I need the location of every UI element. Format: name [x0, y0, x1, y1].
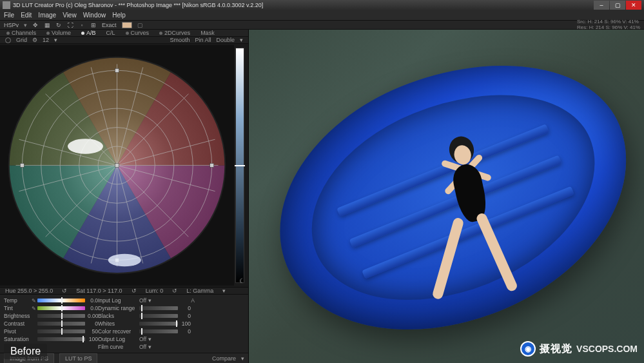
color-wheel-area: ☀ ☾ [0, 44, 248, 287]
svg-point-21 [108, 254, 141, 267]
contrast-value[interactable]: 0 [85, 320, 98, 327]
reset-icon[interactable]: ↺ [172, 288, 177, 294]
temp-label: Temp [4, 297, 31, 304]
menu-help[interactable]: Help [112, 12, 126, 19]
saturation-slider[interactable] [37, 337, 85, 341]
camera-icon: ◉ [520, 341, 536, 357]
watermark: ◉ 摄视觉 VSCOPS.COM [520, 341, 638, 357]
tab-volume[interactable]: Volume [44, 30, 73, 36]
tab-mask[interactable]: Mask [198, 30, 217, 36]
pivot-label: Pivot [4, 328, 31, 335]
pivot-slider[interactable] [37, 329, 85, 333]
maximize-button[interactable]: ▢ [610, 1, 625, 10]
watermark-en: VSCOPS.COM [576, 344, 638, 354]
menubar: File Edit Image View Window Help [0, 10, 644, 21]
app-icon [3, 1, 10, 9]
color-wheel[interactable] [0, 44, 234, 287]
exact-label[interactable]: Exact [102, 22, 117, 28]
compare-button[interactable]: Compare [212, 355, 236, 362]
pencil-icon[interactable]: ✎ [31, 298, 36, 303]
chevron-down-icon[interactable]: ▾ [54, 37, 57, 43]
pin-tool-icon[interactable]: ◦ [79, 22, 85, 28]
reset-icon[interactable]: ↺ [62, 288, 67, 294]
saturation-value[interactable]: 100 [85, 336, 98, 342]
tint-value[interactable]: 0.0 [85, 305, 98, 311]
minimize-button[interactable]: – [594, 1, 609, 10]
contrast-label: Contrast [4, 320, 31, 327]
filmcurve-dropdown[interactable]: Off ▾ [139, 344, 178, 350]
temp-value[interactable]: 0.0 [85, 297, 98, 304]
brightness-value[interactable]: 0.00 [85, 313, 98, 319]
hue-readout: Hue 255.0 > 255.0 [5, 288, 53, 294]
pivot-value[interactable]: 50 [85, 328, 98, 335]
gamma-label[interactable]: L: Gamma [186, 288, 213, 294]
square-icon[interactable]: ▢ [137, 22, 143, 28]
menu-window[interactable]: Window [83, 12, 106, 19]
menu-image[interactable]: Image [38, 12, 56, 19]
reset-icon[interactable] [5, 37, 11, 43]
hsl-readout-row: Hue 255.0 > 255.0 ↺ Sat 117.0 > 117.0 ↺ … [0, 287, 248, 295]
expand-tool-icon[interactable]: ⛶ [67, 22, 73, 28]
tab-2dcurves[interactable]: 2DCurves [157, 30, 193, 36]
a-label: A [191, 297, 195, 304]
chevron-down-icon[interactable]: ▾ [240, 37, 243, 43]
outputlog-dropdown[interactable]: Off ▾ [139, 336, 178, 342]
menu-file[interactable]: File [4, 12, 14, 19]
close-button[interactable]: ✕ [626, 1, 641, 10]
tab-ab[interactable]: A/B [79, 30, 99, 36]
color-swatch[interactable] [122, 22, 132, 28]
blacks-value[interactable]: 0 [178, 313, 191, 319]
grid-controls: Grid ⚙ 12 ▾ Smooth Pin All Double ▾ [0, 37, 248, 44]
select-tool-icon[interactable]: ▦ [44, 22, 50, 28]
toolstrip: HSPv ▾ ✥ ▦ ↻ ⛶ ◦ ⊞ Exact ▢ Src: H: 214 S… [0, 21, 644, 30]
colorrecover-value[interactable]: 0 [178, 328, 191, 335]
inputlog-dropdown[interactable]: Off ▾ [139, 297, 178, 304]
sat-readout: Sat 117.0 > 117.0 [76, 288, 122, 294]
lut-to-ps-button[interactable]: LUT to PS [59, 353, 97, 363]
reset-icon[interactable]: ↺ [132, 288, 137, 294]
temp-slider[interactable] [37, 299, 85, 302]
colorrecover-slider[interactable] [139, 329, 178, 333]
move-tool-icon[interactable]: ✥ [32, 22, 39, 28]
tint-label: Tint [4, 305, 31, 311]
rotate-tool-icon[interactable]: ↻ [55, 22, 62, 28]
dynrange-slider[interactable] [139, 306, 178, 310]
smooth-button[interactable]: Smooth [170, 37, 190, 43]
whites-value[interactable]: 100 [178, 320, 191, 327]
chevron-down-icon[interactable]: ▾ [241, 355, 244, 362]
brightness-min-icon[interactable]: ☾ [239, 277, 245, 284]
image-viewport[interactable]: ◉ 摄视觉 VSCOPS.COM [249, 30, 644, 363]
tab-channels[interactable]: Channels [4, 30, 39, 36]
tab-curves[interactable]: Curves [123, 30, 152, 36]
mesh-tool-icon[interactable]: ⊞ [90, 22, 97, 28]
tab-cl[interactable]: C/L [104, 30, 118, 36]
gear-icon[interactable]: ⚙ [32, 37, 37, 43]
menu-edit[interactable]: Edit [21, 12, 32, 19]
watermark-cn: 摄视觉 [540, 342, 572, 356]
dynrange-value[interactable]: 0 [178, 305, 191, 311]
whites-slider[interactable] [139, 322, 178, 326]
svg-point-20 [68, 139, 103, 154]
contrast-slider[interactable] [37, 322, 85, 326]
grid-value[interactable]: 12 [43, 37, 49, 43]
inputlog-label: Input Log [98, 297, 133, 304]
filmcurve-label: Film curve [98, 344, 133, 350]
blacks-slider[interactable] [139, 314, 178, 318]
double-button[interactable]: Double [216, 37, 235, 43]
whites-label: Whites [98, 320, 133, 327]
mode-label[interactable]: HSPv [4, 22, 19, 28]
slider-handle[interactable] [235, 165, 245, 166]
chevron-down-icon[interactable]: ▾ [222, 288, 226, 294]
chevron-down-icon[interactable]: ▾ [24, 22, 27, 28]
image-content [249, 30, 644, 363]
tint-slider[interactable] [37, 306, 85, 310]
svg-rect-16 [210, 163, 214, 167]
pencil-icon[interactable]: ✎ [31, 306, 36, 311]
outputlog-label: Output Log [98, 336, 133, 342]
pinall-button[interactable]: Pin All [195, 37, 211, 43]
luminance-slider[interactable] [235, 48, 244, 283]
lum-readout: Lum: 0 [146, 288, 164, 294]
svg-rect-15 [115, 163, 119, 167]
brightness-slider[interactable] [37, 314, 85, 318]
menu-view[interactable]: View [63, 12, 77, 19]
